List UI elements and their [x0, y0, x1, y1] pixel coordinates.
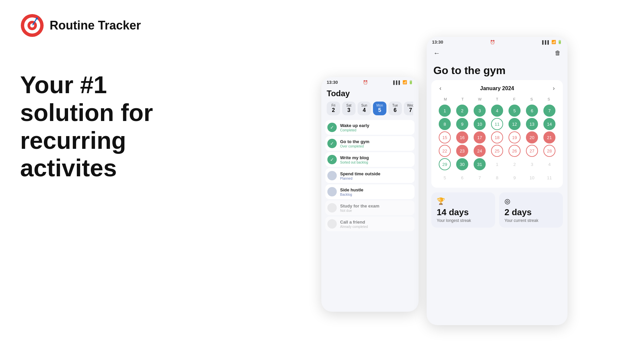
calendar-day[interactable]: 8	[491, 172, 503, 184]
task-item[interactable]: Study for the exam Not due	[325, 200, 415, 215]
streak-icon: 🏆	[437, 197, 490, 205]
task-info: Side hustle Backlog	[340, 187, 413, 196]
calendar-day[interactable]: 7	[543, 105, 555, 117]
task-checkbox: ✓	[327, 123, 337, 132]
task-checkbox: ✓	[327, 155, 337, 164]
calendar-day[interactable]: 31	[474, 158, 486, 170]
calendar-day[interactable]: 9	[508, 172, 521, 184]
calendar-weekday: W	[471, 96, 488, 103]
delete-button[interactable]: 🗑	[555, 50, 561, 57]
task-name: Go to the gym	[340, 139, 413, 144]
task-status: Over completed	[340, 144, 413, 148]
calendar-days: 1234567891011121314151617181920212223242…	[437, 105, 557, 184]
date-item[interactable]: Wed7	[404, 102, 413, 115]
date-selector: Fri2Sat3Sun4Mon5Tue6Wed7	[327, 102, 413, 115]
calendar-day[interactable]: 5	[508, 105, 521, 117]
task-item[interactable]: ✓ Go to the gym Over completed	[325, 136, 415, 151]
calendar-day[interactable]: 3	[474, 105, 486, 117]
streak-days: 2 days	[504, 207, 557, 218]
task-checkbox	[327, 203, 337, 213]
calendar-weekday: S	[523, 96, 540, 103]
calendar-day[interactable]: 6	[456, 172, 468, 184]
date-num: 5	[378, 107, 381, 113]
calendar-day[interactable]: 7	[474, 172, 486, 184]
date-item[interactable]: Fri2	[327, 102, 340, 115]
streak-card: 🏆 14 days Your longest streak	[431, 192, 495, 228]
streak-label: Your current streak	[504, 218, 557, 223]
task-item[interactable]: Spend time outside Planned	[325, 168, 415, 183]
calendar-day[interactable]: 30	[456, 158, 468, 170]
calendar-day[interactable]: 20	[526, 131, 538, 143]
phone2-nav: ← 🗑	[427, 46, 568, 59]
task-name: Spend time outside	[340, 171, 413, 176]
date-item[interactable]: Tue6	[388, 102, 402, 115]
calendar-day[interactable]: 5	[439, 172, 451, 184]
date-item[interactable]: Sat3	[342, 102, 356, 115]
calendar-day[interactable]: 25	[491, 145, 503, 157]
calendar-weekday: S	[540, 96, 557, 103]
calendar-weekday: F	[506, 96, 523, 103]
calendar-weekday: T	[454, 96, 471, 103]
today-title: Today	[327, 89, 413, 98]
task-item[interactable]: ✓ Wake up early Completed	[325, 120, 415, 135]
calendar-day[interactable]: 28	[543, 145, 555, 157]
calendar-day[interactable]: 4	[543, 158, 555, 170]
calendar-day[interactable]: 2	[456, 105, 468, 117]
calendar-day[interactable]: 11	[491, 118, 503, 130]
task-info: Go to the gym Over completed	[340, 139, 413, 148]
calendar-day[interactable]: 16	[456, 131, 468, 143]
calendar-day[interactable]: 22	[439, 145, 451, 157]
calendar-day[interactable]: 29	[439, 158, 451, 170]
date-num: 2	[332, 107, 335, 113]
calendar-day[interactable]: 1	[491, 158, 503, 170]
calendar-day[interactable]: 27	[526, 145, 538, 157]
calendar-day[interactable]: 8	[439, 118, 451, 130]
calendar-day[interactable]: 13	[526, 118, 538, 130]
date-day-label: Tue	[392, 104, 398, 107]
task-checkbox	[327, 171, 337, 180]
battery-icon-2: 🔋	[557, 40, 562, 44]
calendar-day[interactable]: 19	[508, 131, 521, 143]
signal-icon-2: ▌▌▌	[542, 40, 550, 44]
calendar-day[interactable]: 23	[456, 145, 468, 157]
calendar-day[interactable]: 11	[543, 172, 555, 184]
status-time-1: 13:30	[327, 80, 338, 85]
streak-days: 14 days	[437, 207, 490, 218]
calendar-day[interactable]: 2	[508, 158, 521, 170]
date-item[interactable]: Sun4	[358, 102, 371, 115]
date-num: 7	[409, 107, 412, 113]
calendar-day[interactable]: 24	[474, 145, 486, 157]
back-button[interactable]: ←	[433, 49, 440, 57]
task-info: Wake up early Completed	[340, 123, 413, 132]
calendar-day[interactable]: 6	[526, 105, 538, 117]
calendar-day[interactable]: 9	[456, 118, 468, 130]
calendar-day[interactable]: 1	[439, 105, 451, 117]
task-name: Study for the exam	[340, 203, 413, 208]
calendar-day[interactable]: 26	[508, 145, 521, 157]
streak-icon: ◎	[504, 197, 557, 205]
calendar-day[interactable]: 10	[526, 172, 538, 184]
calendar-day[interactable]: 12	[508, 118, 521, 130]
task-item[interactable]: ✓ Write my blog Sorted out backlog	[325, 152, 415, 167]
task-item[interactable]: Call a friend Already completed	[325, 217, 415, 231]
date-day-label: Mon	[376, 104, 383, 107]
task-item[interactable]: Side hustle Backlog	[325, 184, 415, 199]
calendar-day[interactable]: 17	[474, 131, 486, 143]
task-name: Side hustle	[340, 187, 413, 192]
calendar-day[interactable]: 4	[491, 105, 503, 117]
task-info: Call a friend Already completed	[340, 220, 413, 229]
phone1-header: Today Fri2Sat3Sun4Mon5Tue6Wed7	[321, 86, 419, 118]
date-item[interactable]: Mon5	[373, 102, 386, 115]
calendar-day[interactable]: 15	[439, 131, 451, 143]
prev-month-button[interactable]: ‹	[437, 84, 444, 93]
calendar-nav: ‹ January 2024 ›	[437, 84, 557, 93]
task-status: Planned	[340, 177, 413, 180]
wifi-icon: 📶	[402, 80, 407, 84]
next-month-button[interactable]: ›	[550, 84, 557, 93]
calendar-day[interactable]: 3	[526, 158, 538, 170]
calendar-day[interactable]: 10	[474, 118, 486, 130]
calendar-day[interactable]: 21	[543, 131, 555, 143]
calendar-day[interactable]: 18	[491, 131, 503, 143]
calendar-day[interactable]: 14	[543, 118, 555, 130]
calendar-month: January 2024	[480, 85, 514, 92]
